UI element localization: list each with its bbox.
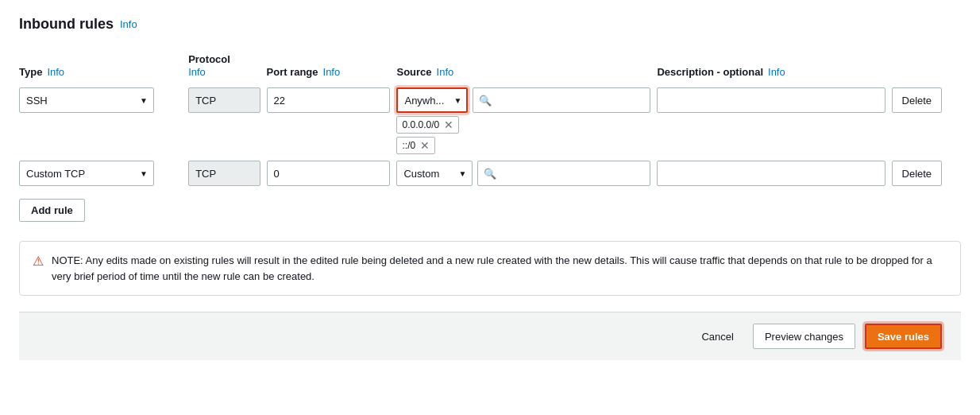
cancel-button[interactable]: Cancel xyxy=(692,326,743,347)
page-wrapper: Inbound rules Info Type Info Protocol In… xyxy=(0,0,980,415)
port-info-link[interactable]: Info xyxy=(323,66,341,78)
row1-type-select[interactable]: SSH xyxy=(19,87,154,113)
rules-table: Type Info Protocol Info Port range Info xyxy=(19,48,961,189)
row1-search-icon: 🔍 xyxy=(479,95,492,107)
warning-text: NOTE: Any edits made on existing rules w… xyxy=(52,253,947,284)
row1-source-container: Anywh... Custom My IP ▼ 🔍 xyxy=(396,87,650,154)
row1-port-cell xyxy=(267,84,397,157)
col-header-protocol: Protocol Info xyxy=(188,48,266,84)
row2-type-select-wrapper: Custom TCP SSH HTTP HTTPS ▼ xyxy=(19,161,154,186)
row1-type-select-wrapper: SSH ▼ xyxy=(19,87,154,113)
row2-source-select[interactable]: Custom Anywhere My IP xyxy=(396,161,473,186)
col-header-source: Source Info xyxy=(396,48,657,84)
col-header-type: Type Info xyxy=(19,48,188,84)
save-rules-button[interactable]: Save rules xyxy=(865,324,942,349)
description-info-link[interactable]: Info xyxy=(768,66,785,78)
row1-ip-tag-ipv6: ::/0 ✕ xyxy=(396,137,435,154)
col-header-description: Description - optional Info xyxy=(657,48,891,84)
row1-ip-tag-ipv4: 0.0.0.0/0 ✕ xyxy=(396,116,459,134)
col-header-action xyxy=(892,48,961,84)
row2-action-cell: Delete xyxy=(892,157,961,189)
row2-description-cell xyxy=(657,157,891,189)
row1-type-cell: SSH ▼ xyxy=(19,84,188,157)
table-header-row: Type Info Protocol Info Port range Info xyxy=(19,48,961,84)
row1-description-cell xyxy=(657,84,891,157)
row2-source-row: Custom Anywhere My IP ▼ 🔍 xyxy=(396,161,650,186)
col-header-port: Port range Info xyxy=(267,48,397,84)
row2-source-search-input[interactable] xyxy=(477,161,650,186)
row2-port-input[interactable] xyxy=(267,161,391,186)
protocol-info-link[interactable]: Info xyxy=(188,66,260,78)
source-info-link[interactable]: Info xyxy=(437,66,454,78)
warning-icon: ⚠ xyxy=(33,254,44,269)
row1-remove-ipv4-button[interactable]: ✕ xyxy=(444,119,453,130)
row1-source-row: Anywh... Custom My IP ▼ 🔍 xyxy=(396,87,650,113)
row1-port-input[interactable] xyxy=(267,87,391,113)
page-title: Inbound rules xyxy=(19,16,114,33)
row2-delete-button[interactable]: Delete xyxy=(892,161,943,186)
row2-source-search-wrapper: 🔍 xyxy=(477,161,650,186)
row1-source-tags: 0.0.0.0/0 ✕ ::/0 ✕ xyxy=(396,116,650,154)
table-row: SSH ▼ TCP xyxy=(19,84,961,157)
row1-protocol-display: TCP xyxy=(188,87,260,113)
preview-changes-button[interactable]: Preview changes xyxy=(753,324,855,349)
row2-source-select-wrapper: Custom Anywhere My IP ▼ xyxy=(396,161,473,186)
row1-protocol-cell: TCP xyxy=(188,84,266,157)
add-rule-button[interactable]: Add rule xyxy=(19,199,85,222)
warning-box: ⚠ NOTE: Any edits made on existing rules… xyxy=(19,241,961,296)
row2-search-icon: 🔍 xyxy=(484,168,496,180)
row1-source-select[interactable]: Anywh... Custom My IP xyxy=(396,87,468,113)
row1-delete-button[interactable]: Delete xyxy=(892,87,943,113)
row2-description-input[interactable] xyxy=(657,161,885,186)
table-row: Custom TCP SSH HTTP HTTPS ▼ TCP xyxy=(19,157,961,189)
footer-bar: Cancel Preview changes Save rules xyxy=(19,312,961,360)
row1-action-cell: Delete xyxy=(892,84,961,157)
row2-type-select[interactable]: Custom TCP SSH HTTP HTTPS xyxy=(19,161,154,186)
row1-remove-ipv6-button[interactable]: ✕ xyxy=(420,140,430,151)
row1-source-search-input[interactable] xyxy=(473,87,650,113)
row1-source-search-wrapper: 🔍 xyxy=(473,87,650,113)
page-title-row: Inbound rules Info xyxy=(19,16,961,33)
row1-source-cell: Anywh... Custom My IP ▼ 🔍 xyxy=(396,84,657,157)
row1-description-input[interactable] xyxy=(657,87,885,113)
row1-source-dropdown-wrapper: Anywh... Custom My IP ▼ xyxy=(396,87,468,113)
row2-protocol-display: TCP xyxy=(188,161,260,186)
page-title-info-link[interactable]: Info xyxy=(120,18,137,30)
row2-source-cell: Custom Anywhere My IP ▼ 🔍 xyxy=(396,157,657,189)
type-info-link[interactable]: Info xyxy=(47,66,64,78)
row2-port-cell xyxy=(267,157,397,189)
row2-type-cell: Custom TCP SSH HTTP HTTPS ▼ xyxy=(19,157,188,189)
row2-protocol-cell: TCP xyxy=(188,157,266,189)
